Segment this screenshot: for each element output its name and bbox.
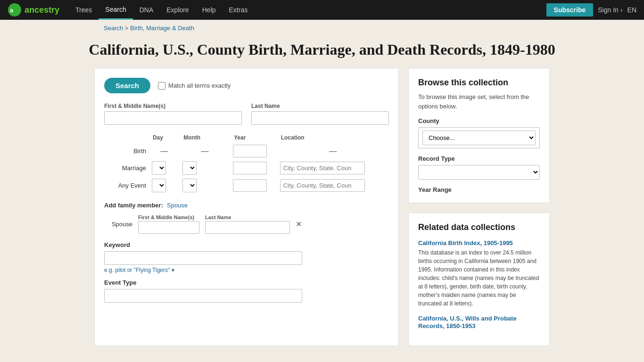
nav-help[interactable]: Help (196, 0, 223, 20)
spouse-last-name-input[interactable] (205, 221, 290, 234)
any-event-row: Any Event (104, 177, 389, 194)
any-event-label: Any Event (104, 177, 149, 194)
nav-search[interactable]: Search (99, 0, 132, 20)
first-name-group: First & Middle Name(s) (104, 103, 242, 125)
any-event-year-input[interactable] (233, 179, 267, 192)
remove-spouse-button[interactable]: ✕ (296, 221, 302, 228)
spouse-first-name-input[interactable] (138, 221, 199, 234)
marriage-label: Marriage (104, 159, 149, 177)
signin-button[interactable]: Sign In › (598, 6, 622, 14)
related-link-1[interactable]: California, U.S., Wills and Probate Reco… (418, 315, 517, 329)
year-header: Year (230, 132, 277, 143)
first-name-input[interactable] (104, 111, 242, 125)
marriage-year-input[interactable] (233, 162, 267, 174)
location-header: Location (277, 132, 389, 143)
keyword-label: Keyword (104, 241, 389, 248)
day-header: Day (149, 132, 180, 143)
spouse-last-name-group: Last Name (205, 214, 290, 234)
marriage-month-select[interactable] (182, 161, 197, 175)
language-button[interactable]: EN (627, 6, 636, 14)
breadcrumb-search-link[interactable]: Search (104, 25, 123, 32)
browse-box: Browse this collection To browse this im… (408, 68, 550, 203)
any-event-location-input[interactable] (280, 179, 365, 192)
last-name-label: Last Name (251, 103, 389, 109)
svg-text:a: a (10, 7, 14, 14)
page-title: California, U.S., County Birth, Marriage… (0, 36, 644, 68)
browse-title: Browse this collection (418, 78, 540, 88)
last-name-input[interactable] (251, 111, 389, 125)
add-family-row: Add family member: Spouse (104, 202, 389, 209)
events-table: Day Month Year Location Birth — — — (104, 132, 389, 194)
event-type-input[interactable] (104, 289, 302, 303)
record-type-label: Record Type (418, 155, 540, 162)
logo-text: ancestry (25, 5, 59, 15)
county-select-wrapper: Choose... (418, 127, 540, 148)
match-all-checkbox[interactable] (158, 82, 165, 90)
nav-explore[interactable]: Explore (160, 0, 195, 20)
any-event-month-select[interactable] (182, 179, 197, 192)
nav-links: Trees Search DNA Explore Help Extras (69, 0, 546, 20)
nav-trees[interactable]: Trees (69, 0, 99, 20)
birth-month-dash: — (180, 143, 230, 159)
subscribe-button[interactable]: Subscribe (546, 3, 594, 16)
breadcrumb: Search > Birth, Marriage & Death (0, 20, 644, 36)
breadcrumb-category-link[interactable]: Birth, Marriage & Death (130, 25, 194, 32)
search-top-row: Search Match all terms exactly (104, 78, 389, 93)
month-header: Month (180, 132, 230, 143)
sidebar: Browse this collection To browse this im… (408, 68, 550, 346)
nav-extras[interactable]: Extras (223, 0, 255, 20)
county-label: County (418, 117, 540, 124)
related-box: Related data collections California Birt… (408, 213, 550, 346)
nav-dna[interactable]: DNA (133, 0, 160, 20)
birth-location-dash: — (277, 143, 389, 159)
last-name-group: Last Name (251, 103, 389, 125)
spouse-section: Spouse First & Middle Name(s) Last Name … (104, 214, 389, 234)
county-select[interactable]: Choose... (422, 131, 536, 145)
related-desc-0: This database is an index to over 24.5 m… (418, 248, 540, 308)
keyword-input[interactable] (104, 251, 302, 265)
keyword-hint[interactable]: e.g. pilot or "Flying Tigers" ▾ (104, 267, 389, 273)
spouse-row: Spouse First & Middle Name(s) Last Name … (104, 214, 389, 234)
related-title: Related data collections (418, 222, 540, 232)
content-area: Search Match all terms exactly First & M… (0, 68, 644, 360)
first-name-label: First & Middle Name(s) (104, 103, 242, 109)
search-form-panel: Search Match all terms exactly First & M… (94, 68, 399, 346)
spouse-last-name-label: Last Name (205, 214, 290, 220)
event-type-label: Event Type (104, 279, 389, 286)
birth-label: Birth (104, 143, 149, 159)
birth-day-dash: — (149, 143, 180, 159)
marriage-location-input[interactable] (280, 162, 365, 174)
birth-year-input[interactable] (233, 145, 267, 157)
related-link-0[interactable]: California Birth Index, 1905-1995 (418, 239, 513, 247)
keyword-section: Keyword e.g. pilot or "Flying Tigers" ▾ (104, 241, 389, 273)
nav-right: Subscribe Sign In › EN (546, 3, 636, 16)
spouse-label: Spouse (104, 221, 132, 228)
navigation: a ancestry Trees Search DNA Explore Help… (0, 0, 644, 20)
spouse-link[interactable]: Spouse (167, 202, 188, 209)
record-type-select[interactable] (418, 165, 540, 180)
year-range-label: Year Range (418, 186, 540, 193)
logo[interactable]: a ancestry (8, 3, 59, 17)
browse-desc: To browse this image set, select from th… (418, 92, 540, 111)
any-event-day-select[interactable] (152, 179, 166, 192)
match-all-label[interactable]: Match all terms exactly (158, 82, 231, 90)
related-item-0: California Birth Index, 1905-1995 This d… (418, 239, 540, 308)
event-type-section: Event Type (104, 279, 389, 303)
related-item-1: California, U.S., Wills and Probate Reco… (418, 314, 540, 329)
spouse-first-name-label: First & Middle Name(s) (138, 214, 199, 220)
name-fields-row: First & Middle Name(s) Last Name (104, 103, 389, 125)
search-button[interactable]: Search (104, 78, 150, 93)
birth-row: Birth — — — (104, 143, 389, 159)
spouse-first-name-group: First & Middle Name(s) (138, 214, 199, 234)
marriage-row: Marriage (104, 159, 389, 177)
add-family-label: Add family member: (104, 202, 163, 209)
marriage-day-select[interactable] (152, 161, 166, 175)
